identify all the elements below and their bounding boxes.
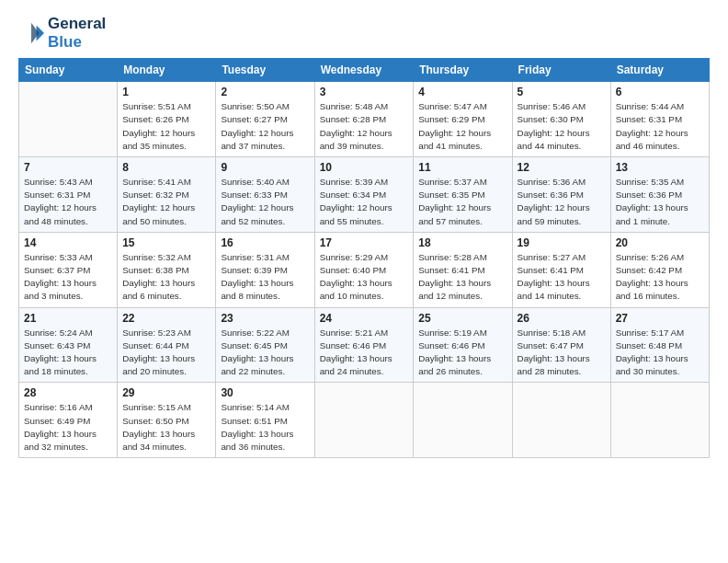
- day-number: 22: [122, 312, 210, 325]
- week-row-5: 28Sunrise: 5:16 AM Sunset: 6:49 PM Dayli…: [19, 383, 710, 458]
- day-number: 16: [221, 236, 309, 249]
- week-row-1: 1Sunrise: 5:51 AM Sunset: 6:26 PM Daylig…: [19, 82, 710, 157]
- day-cell: 18Sunrise: 5:28 AM Sunset: 6:41 PM Dayli…: [414, 232, 512, 307]
- logo: General Blue: [18, 15, 106, 51]
- day-number: 25: [418, 312, 506, 325]
- day-info: Sunrise: 5:47 AM Sunset: 6:29 PM Dayligh…: [418, 100, 506, 153]
- day-info: Sunrise: 5:51 AM Sunset: 6:26 PM Dayligh…: [122, 100, 210, 153]
- day-info: Sunrise: 5:26 AM Sunset: 6:42 PM Dayligh…: [616, 251, 704, 304]
- day-cell: 27Sunrise: 5:17 AM Sunset: 6:48 PM Dayli…: [610, 307, 709, 383]
- day-number: 1: [122, 86, 210, 98]
- col-header-sunday: Sunday: [19, 59, 118, 82]
- col-header-tuesday: Tuesday: [216, 59, 314, 82]
- day-cell: [19, 82, 118, 157]
- logo-text: General Blue: [48, 15, 106, 51]
- day-cell: [414, 383, 512, 458]
- day-cell: 7Sunrise: 5:43 AM Sunset: 6:31 PM Daylig…: [19, 156, 118, 232]
- day-number: 28: [24, 386, 112, 399]
- day-info: Sunrise: 5:24 AM Sunset: 6:43 PM Dayligh…: [24, 327, 112, 379]
- day-info: Sunrise: 5:21 AM Sunset: 6:46 PM Dayligh…: [320, 327, 409, 379]
- day-info: Sunrise: 5:50 AM Sunset: 6:27 PM Dayligh…: [221, 100, 309, 153]
- day-number: 24: [320, 312, 409, 325]
- day-cell: 8Sunrise: 5:41 AM Sunset: 6:32 PM Daylig…: [118, 156, 216, 232]
- day-info: Sunrise: 5:44 AM Sunset: 6:31 PM Dayligh…: [616, 100, 704, 153]
- day-number: 9: [221, 161, 309, 174]
- day-number: 4: [418, 86, 506, 98]
- col-header-thursday: Thursday: [414, 59, 512, 82]
- day-info: Sunrise: 5:17 AM Sunset: 6:48 PM Dayligh…: [616, 327, 704, 379]
- day-info: Sunrise: 5:14 AM Sunset: 6:51 PM Dayligh…: [221, 401, 309, 454]
- calendar-table: SundayMondayTuesdayWednesdayThursdayFrid…: [18, 58, 710, 458]
- day-number: 13: [616, 161, 704, 174]
- day-info: Sunrise: 5:43 AM Sunset: 6:31 PM Dayligh…: [24, 176, 112, 228]
- day-cell: 1Sunrise: 5:51 AM Sunset: 6:26 PM Daylig…: [118, 82, 216, 157]
- day-info: Sunrise: 5:18 AM Sunset: 6:47 PM Dayligh…: [518, 327, 606, 379]
- day-cell: [610, 383, 709, 458]
- day-cell: 25Sunrise: 5:19 AM Sunset: 6:46 PM Dayli…: [414, 307, 512, 383]
- day-number: 7: [24, 161, 112, 174]
- calendar-header-row: SundayMondayTuesdayWednesdayThursdayFrid…: [19, 59, 710, 82]
- day-info: Sunrise: 5:32 AM Sunset: 6:38 PM Dayligh…: [122, 251, 210, 304]
- col-header-friday: Friday: [512, 59, 610, 82]
- day-info: Sunrise: 5:40 AM Sunset: 6:33 PM Dayligh…: [221, 176, 309, 228]
- day-info: Sunrise: 5:23 AM Sunset: 6:44 PM Dayligh…: [122, 327, 210, 379]
- day-number: 17: [320, 236, 409, 249]
- day-number: 20: [616, 236, 704, 249]
- header-row: General Blue: [18, 15, 710, 51]
- day-number: 30: [221, 386, 309, 399]
- day-cell: 29Sunrise: 5:15 AM Sunset: 6:50 PM Dayli…: [118, 383, 216, 458]
- day-cell: 24Sunrise: 5:21 AM Sunset: 6:46 PM Dayli…: [314, 307, 414, 383]
- day-cell: 17Sunrise: 5:29 AM Sunset: 6:40 PM Dayli…: [314, 232, 414, 307]
- page-container: General Blue SundayMondayTuesdayWednesda…: [0, 0, 728, 467]
- day-number: 11: [418, 161, 506, 174]
- day-number: 29: [122, 386, 210, 399]
- day-cell: 14Sunrise: 5:33 AM Sunset: 6:37 PM Dayli…: [19, 232, 118, 307]
- day-info: Sunrise: 5:22 AM Sunset: 6:45 PM Dayligh…: [221, 327, 309, 379]
- day-cell: 20Sunrise: 5:26 AM Sunset: 6:42 PM Dayli…: [610, 232, 709, 307]
- day-cell: 16Sunrise: 5:31 AM Sunset: 6:39 PM Dayli…: [216, 232, 314, 307]
- day-cell: 10Sunrise: 5:39 AM Sunset: 6:34 PM Dayli…: [314, 156, 414, 232]
- day-number: 15: [122, 236, 210, 249]
- day-number: 19: [518, 236, 606, 249]
- day-number: 8: [122, 161, 210, 174]
- day-number: 5: [518, 86, 606, 98]
- logo-icon: [18, 20, 44, 46]
- day-info: Sunrise: 5:16 AM Sunset: 6:49 PM Dayligh…: [24, 401, 112, 454]
- day-info: Sunrise: 5:41 AM Sunset: 6:32 PM Dayligh…: [122, 176, 210, 228]
- day-cell: 22Sunrise: 5:23 AM Sunset: 6:44 PM Dayli…: [118, 307, 216, 383]
- day-info: Sunrise: 5:33 AM Sunset: 6:37 PM Dayligh…: [24, 251, 112, 304]
- day-cell: 30Sunrise: 5:14 AM Sunset: 6:51 PM Dayli…: [216, 383, 314, 458]
- day-cell: 21Sunrise: 5:24 AM Sunset: 6:43 PM Dayli…: [19, 307, 118, 383]
- day-number: 12: [518, 161, 606, 174]
- day-number: 18: [418, 236, 506, 249]
- col-header-wednesday: Wednesday: [314, 59, 414, 82]
- day-number: 6: [616, 86, 704, 98]
- day-cell: 28Sunrise: 5:16 AM Sunset: 6:49 PM Dayli…: [19, 383, 118, 458]
- day-number: 14: [24, 236, 112, 249]
- day-cell: [314, 383, 414, 458]
- day-cell: 13Sunrise: 5:35 AM Sunset: 6:36 PM Dayli…: [610, 156, 709, 232]
- day-info: Sunrise: 5:19 AM Sunset: 6:46 PM Dayligh…: [418, 327, 506, 379]
- day-cell: 3Sunrise: 5:48 AM Sunset: 6:28 PM Daylig…: [314, 82, 414, 157]
- day-cell: 26Sunrise: 5:18 AM Sunset: 6:47 PM Dayli…: [512, 307, 610, 383]
- day-cell: 9Sunrise: 5:40 AM Sunset: 6:33 PM Daylig…: [216, 156, 314, 232]
- day-number: 26: [518, 312, 606, 325]
- day-info: Sunrise: 5:48 AM Sunset: 6:28 PM Dayligh…: [320, 100, 409, 153]
- day-cell: 19Sunrise: 5:27 AM Sunset: 6:41 PM Dayli…: [512, 232, 610, 307]
- col-header-saturday: Saturday: [610, 59, 709, 82]
- day-info: Sunrise: 5:15 AM Sunset: 6:50 PM Dayligh…: [122, 401, 210, 454]
- week-row-3: 14Sunrise: 5:33 AM Sunset: 6:37 PM Dayli…: [19, 232, 710, 307]
- day-cell: 6Sunrise: 5:44 AM Sunset: 6:31 PM Daylig…: [610, 82, 709, 157]
- day-info: Sunrise: 5:37 AM Sunset: 6:35 PM Dayligh…: [418, 176, 506, 228]
- week-row-2: 7Sunrise: 5:43 AM Sunset: 6:31 PM Daylig…: [19, 156, 710, 232]
- day-cell: 11Sunrise: 5:37 AM Sunset: 6:35 PM Dayli…: [414, 156, 512, 232]
- day-info: Sunrise: 5:36 AM Sunset: 6:36 PM Dayligh…: [518, 176, 606, 228]
- day-number: 10: [320, 161, 409, 174]
- day-number: 21: [24, 312, 112, 325]
- day-info: Sunrise: 5:27 AM Sunset: 6:41 PM Dayligh…: [518, 251, 606, 304]
- day-number: 23: [221, 312, 309, 325]
- day-info: Sunrise: 5:46 AM Sunset: 6:30 PM Dayligh…: [518, 100, 606, 153]
- day-number: 3: [320, 86, 409, 98]
- day-cell: 4Sunrise: 5:47 AM Sunset: 6:29 PM Daylig…: [414, 82, 512, 157]
- day-cell: [512, 383, 610, 458]
